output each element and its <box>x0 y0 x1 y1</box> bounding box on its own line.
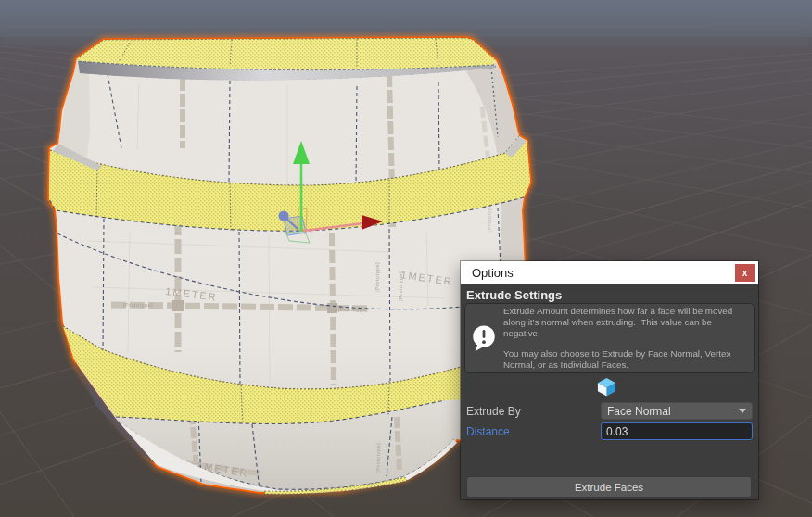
prototype-label: [Prototype] <box>374 262 380 292</box>
extrude-by-value: Face Normal <box>607 405 739 418</box>
prototype-label: [Prototype] <box>398 271 403 301</box>
extrude-faces-button[interactable]: Extrude Faces <box>466 476 752 498</box>
info-paragraph-1: Extrude Amount determines how far a face… <box>503 306 750 340</box>
extrude-by-dropdown[interactable]: Face Normal <box>601 402 753 420</box>
prototype-label: [Prototype] <box>487 202 492 232</box>
alert-icon <box>470 324 498 352</box>
options-dialog: Options x Extrude Settings Extrude Amoun… <box>461 261 758 499</box>
info-text: Extrude Amount determines how far a face… <box>503 306 750 371</box>
unity-scene-view: 1METER 1METER 1METER 1METER 1METER [Prot… <box>0 0 812 517</box>
info-box: Extrude Amount determines how far a face… <box>464 303 755 373</box>
prototype-label: [Prototype] <box>375 443 381 473</box>
dialog-title: Options <box>472 266 514 280</box>
extrude-by-label: Extrude By <box>466 405 521 418</box>
texture-grid-node <box>327 303 337 313</box>
extrude-settings-header: Extrude Settings <box>466 288 562 302</box>
dialog-titlebar[interactable]: Options <box>461 261 758 284</box>
distance-input[interactable] <box>601 422 753 440</box>
selected-face-top-cap[interactable] <box>77 38 496 70</box>
chevron-down-icon <box>739 409 746 413</box>
texture-grid-node <box>172 300 184 311</box>
info-paragraph-2: You may also choose to Extrude by Face N… <box>503 348 750 372</box>
prototype-label: [Prototype] <box>123 302 153 308</box>
extrude-cube-icon <box>596 376 617 397</box>
distance-label: Distance <box>466 425 510 438</box>
close-button[interactable]: x <box>735 264 755 282</box>
